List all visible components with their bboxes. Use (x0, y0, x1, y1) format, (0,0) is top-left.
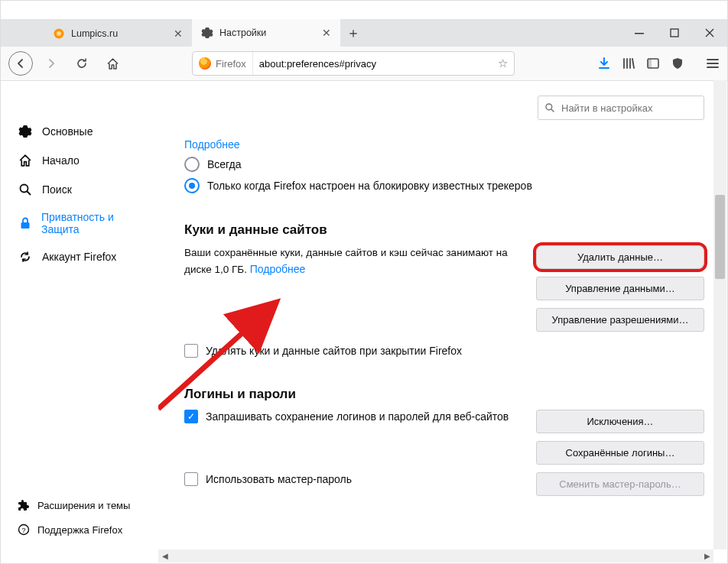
tab-lumpics[interactable]: Lumpics.ru ✕ (44, 19, 192, 47)
tab-settings[interactable]: Настройки ✕ (192, 19, 340, 47)
bookmark-star-icon[interactable]: ☆ (491, 57, 514, 70)
shield-icon[interactable] (671, 57, 684, 70)
reload-button[interactable] (70, 51, 94, 76)
menu-button[interactable] (706, 57, 720, 70)
forward-button[interactable] (39, 51, 63, 76)
svg-rect-3 (671, 29, 678, 37)
clear-on-close-checkbox[interactable]: Удалять куки и данные сайтов при закрыти… (184, 344, 704, 358)
search-icon (18, 182, 33, 197)
back-button[interactable] (8, 51, 33, 76)
identity-label: Firefox (216, 58, 246, 70)
radio-icon (184, 178, 200, 193)
cookies-heading: Куки и данные сайтов (184, 222, 704, 238)
checkbox-icon (184, 344, 198, 358)
close-icon[interactable]: ✕ (322, 28, 331, 38)
maximize-button[interactable] (657, 19, 692, 47)
content-protection-more-link[interactable]: Подробнее (184, 138, 240, 151)
titlebar: Lumpics.ru ✕ Настройки ✕ ＋ (1, 19, 727, 47)
radio-only-trackers[interactable]: Только когда Firefox настроен на блокиро… (184, 178, 704, 193)
tab-label: Lumpics.ru (71, 28, 118, 39)
help-icon: ? (18, 523, 30, 536)
manage-permissions-button[interactable]: Управление разрешениями… (536, 308, 704, 332)
radio-icon (184, 157, 200, 172)
scroll-right-icon[interactable]: ▶ (700, 549, 713, 562)
sidebar-foot-label: Поддержка Firefox (37, 524, 122, 536)
lock-icon (18, 216, 32, 231)
settings-search[interactable]: Найти в настройках (538, 96, 704, 120)
sidebar-item-search[interactable]: Поиск (1, 175, 158, 204)
url-bar[interactable]: Firefox about:preferences#privacy ☆ (192, 51, 515, 76)
sidebar-item-label: Начало (42, 154, 80, 167)
radio-always[interactable]: Всегда (184, 157, 704, 172)
home-button[interactable] (100, 51, 125, 76)
search-placeholder: Найти в настройках (561, 102, 653, 114)
new-tab-button[interactable]: ＋ (340, 19, 366, 47)
checkbox-label: Удалять куки и данные сайтов при закрыти… (206, 345, 462, 357)
minimize-button[interactable] (622, 19, 657, 47)
clear-data-button[interactable]: Удалить данные… (536, 245, 704, 269)
identity-box[interactable]: Firefox (193, 52, 253, 75)
manage-data-button[interactable]: Управление данными… (536, 277, 704, 300)
saved-logins-button[interactable]: Сохранённые логины… (536, 441, 704, 465)
horizontal-scrollbar[interactable]: ◀ ▶ (158, 549, 713, 562)
favicon-lumpics (53, 28, 65, 40)
settings-sidebar: Основные Начало Поиск Приватность и Защи… (1, 80, 158, 549)
exceptions-button[interactable]: Исключения… (536, 410, 704, 433)
svg-rect-7 (21, 222, 29, 229)
checkbox-label: Запрашивать сохранение логинов и паролей… (206, 410, 509, 423)
url-text[interactable]: about:preferences#privacy (253, 58, 491, 70)
close-window-button[interactable] (692, 19, 727, 47)
search-icon (544, 102, 555, 113)
close-icon[interactable]: ✕ (174, 28, 183, 39)
firefox-icon (199, 57, 211, 70)
svg-text:?: ? (21, 527, 25, 534)
checkbox-icon: ✓ (184, 410, 198, 423)
cookies-more-link[interactable]: Подробнее (250, 263, 306, 275)
radio-label: Только когда Firefox настроен на блокиро… (207, 180, 532, 192)
gear-icon (201, 27, 213, 39)
master-password-checkbox[interactable]: Использовать мастер-пароль (184, 472, 352, 486)
gear-icon (18, 124, 33, 139)
sync-icon (18, 249, 33, 264)
window-controls (622, 19, 727, 47)
ask-save-logins-checkbox[interactable]: ✓ Запрашивать сохранение логинов и парол… (184, 410, 509, 423)
scrollbar-thumb[interactable] (715, 195, 725, 279)
checkbox-icon (184, 472, 198, 486)
sidebar-item-privacy[interactable]: Приватность и Защита (1, 204, 158, 242)
sidebar-toggle-icon[interactable] (646, 57, 660, 70)
scroll-left-icon[interactable]: ◀ (158, 549, 171, 562)
sidebar-item-sync[interactable]: Аккаунт Firefox (1, 242, 158, 271)
home-icon (18, 153, 33, 168)
library-icon[interactable] (622, 57, 635, 70)
sidebar-support[interactable]: ? Поддержка Firefox (1, 517, 158, 542)
sidebar-item-general[interactable]: Основные (1, 117, 158, 146)
downloads-icon[interactable] (597, 57, 611, 70)
svg-point-1 (57, 31, 61, 36)
svg-rect-5 (648, 59, 652, 68)
settings-main: Найти в настройках Подробнее Всегда Толь… (158, 80, 713, 549)
logins-heading: Логины и пароли (184, 387, 704, 402)
sidebar-extensions[interactable]: Расширения и темы (1, 493, 158, 517)
sidebar-item-label: Основные (42, 125, 93, 138)
sidebar-item-home[interactable]: Начало (1, 146, 158, 175)
sidebar-item-label: Приватность и Защита (41, 211, 149, 235)
change-master-button: Сменить мастер-пароль… (536, 472, 704, 496)
checkbox-label: Использовать мастер-пароль (206, 473, 352, 485)
sidebar-foot-label: Расширения и темы (37, 500, 130, 511)
sidebar-item-label: Аккаунт Firefox (42, 251, 116, 263)
navigation-toolbar: Firefox about:preferences#privacy ☆ (1, 47, 727, 81)
vertical-scrollbar[interactable] (713, 80, 726, 549)
cookies-description: Ваши сохранённые куки, данные сайтов и к… (184, 245, 513, 278)
svg-rect-2 (635, 33, 644, 34)
tab-label: Настройки (219, 28, 266, 38)
radio-label: Всегда (207, 158, 242, 170)
tab-strip: Lumpics.ru ✕ Настройки ✕ ＋ (1, 19, 622, 47)
puzzle-icon (18, 499, 30, 511)
sidebar-item-label: Поиск (42, 183, 72, 196)
